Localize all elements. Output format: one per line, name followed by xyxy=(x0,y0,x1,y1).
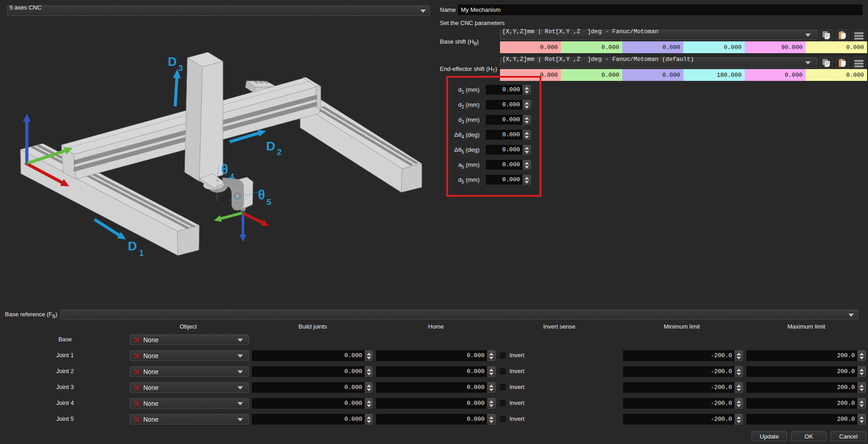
svg-text:5: 5 xyxy=(267,198,271,207)
svg-text:1: 1 xyxy=(139,249,144,258)
svg-text:D: D xyxy=(128,239,137,253)
svg-text:θ: θ xyxy=(258,188,265,202)
svg-text:D: D xyxy=(266,139,275,153)
svg-text:4: 4 xyxy=(230,172,234,181)
svg-text:3: 3 xyxy=(178,64,183,73)
svg-text:θ: θ xyxy=(221,162,228,177)
svg-text:D: D xyxy=(168,55,177,69)
svg-text:2: 2 xyxy=(277,148,282,157)
